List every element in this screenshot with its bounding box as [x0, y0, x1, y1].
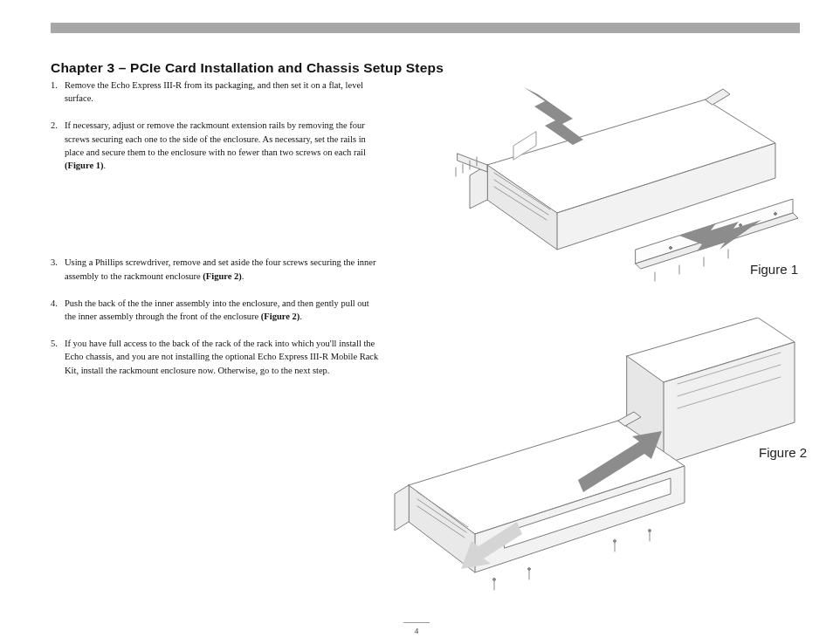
step-trailing: .: [242, 271, 244, 281]
figure-1-label: Figure 1: [750, 262, 798, 277]
svg-point-14: [774, 213, 777, 216]
svg-point-48: [528, 568, 531, 571]
step-text: Remove the Echo Express III-R from its p…: [65, 80, 363, 103]
figure-ref: (Figure 1): [65, 161, 103, 170]
step-text: Push the back of the the inner assembly …: [65, 298, 369, 321]
svg-marker-3: [706, 89, 730, 105]
step-item: If necessary, adjust or remove the rackm…: [51, 119, 382, 172]
svg-point-49: [614, 540, 616, 543]
figure-2-illustration: [374, 318, 803, 597]
step-trailing: .: [103, 161, 106, 170]
svg-point-47: [493, 579, 496, 581]
svg-marker-4: [470, 165, 487, 209]
chapter-title: Chapter 3 – PCIe Card Installation and C…: [51, 60, 444, 76]
page-rule: [403, 622, 430, 623]
figure-2-label: Figure 2: [759, 445, 807, 460]
step-text: If you have full access to the back of t…: [65, 339, 378, 374]
svg-marker-35: [395, 485, 409, 531]
figure-ref: (Figure 2): [203, 271, 241, 281]
figure-1-illustration: [409, 82, 803, 318]
step-item: If you have full access to the back of t…: [51, 337, 382, 377]
step-item: Remove the Echo Express III-R from its p…: [51, 79, 382, 105]
instruction-list: Remove the Echo Express III-R from its p…: [51, 79, 382, 391]
figure-ref: (Figure 2): [261, 312, 299, 321]
svg-marker-19: [458, 154, 487, 172]
svg-point-13: [740, 224, 742, 227]
step-item: Push the back of the the inner assembly …: [51, 297, 382, 323]
page-number: 4: [415, 627, 419, 635]
figure-area: Figure 1 Figure 2: [409, 82, 803, 593]
header-bar: [51, 23, 800, 33]
step-item: Using a Phillips screwdriver, remove and…: [51, 256, 382, 282]
step-text: If necessary, adjust or remove the rackm…: [65, 120, 366, 156]
step-trailing: .: [299, 312, 302, 321]
svg-point-50: [649, 530, 651, 532]
svg-point-11: [670, 247, 672, 250]
